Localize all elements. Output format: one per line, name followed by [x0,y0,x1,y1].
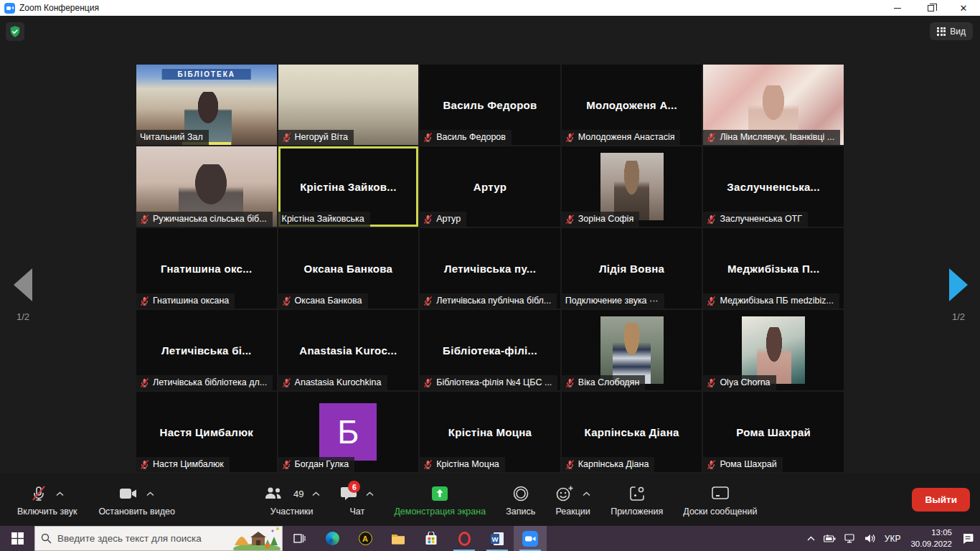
maximize-button[interactable] [914,0,947,16]
tile-name-label: Меджибізька ПБ medzibiz... [703,293,839,309]
volume-icon[interactable] [861,526,880,551]
tile-name-label: Оксана Банкова [278,293,368,309]
start-button[interactable] [0,526,34,551]
share-screen-icon [430,485,450,502]
aimp-icon[interactable]: A [349,526,382,551]
search-input[interactable] [57,533,222,544]
tile-center-name: Заслучненська... [721,181,826,193]
previous-page-arrow-icon[interactable] [14,268,32,301]
file-explorer-icon[interactable] [382,526,415,551]
participant-tile[interactable]: Крістіна Зайков... Крістіна Зайковська [278,146,419,227]
share-screen-button[interactable]: Демонстрация экрана [387,480,493,519]
muted-mic-icon [707,215,716,224]
participant-tile[interactable]: Віка Слободян [562,310,702,390]
participant-tile[interactable]: Оксана Банкова Оксана Банкова [278,228,419,309]
muted-mic-icon [282,460,291,469]
participant-tile[interactable]: Молодоженя А... Молодоженя Анастасія [562,65,702,145]
participant-tile[interactable]: Василь Федоров Василь Федоров [420,65,560,145]
word-icon[interactable]: W [481,526,514,551]
previous-page-control: 1/2 [1,268,44,322]
toolbar-left-group: Включить звук Оста [10,480,182,519]
muted-mic-icon [707,296,716,306]
zoom-meeting-window: Zoom Конференция ✕ Вид БІБЛІОТЕКА Читаль… [0,0,980,551]
avatar-photo [600,316,664,384]
muted-mic-icon [565,133,575,142]
whiteboards-button[interactable]: Доски сообщений [676,480,764,519]
video-options-chevron-icon[interactable] [146,491,154,496]
participant-tile[interactable]: Ружичанська сільська біб... [136,146,277,227]
participant-tile[interactable]: Настя Цимбалюк Настя Цимбалюк [136,392,277,472]
muted-mic-icon [707,460,716,469]
tile-center-name: Меджибізька П... [722,263,825,275]
stop-video-button[interactable]: Остановить видео [91,480,182,519]
participant-name: Крістіна Моцна [436,459,499,469]
participant-name: Olya Chorna [720,377,770,387]
unmute-button[interactable]: Включить звук [10,480,84,519]
participant-tile[interactable]: Гнатишина окс... Гнатишина оксана [136,228,277,309]
participant-tile[interactable]: Летичівська бі... Летичівська бібліотека… [136,310,277,390]
zoom-taskbar-icon[interactable] [514,526,547,551]
microsoft-store-icon[interactable] [415,526,448,551]
tray-chevron-icon[interactable] [804,526,819,551]
participant-name: Подключение звука ··· [565,296,659,306]
participant-tile[interactable]: Карпінська Діана Карпінська Діана [562,392,702,472]
tile-center-name: Оксана Банкова [298,263,399,275]
minimize-button[interactable] [881,0,914,16]
tile-name-label: Летичівська публічна бібл... [420,293,557,309]
participant-tile[interactable]: Рома Шахрай Рома Шахрай [703,392,844,472]
participants-chevron-icon[interactable] [312,491,320,496]
participant-tile[interactable]: Артур Артур [420,146,560,227]
chat-chevron-icon[interactable] [366,491,374,496]
participant-tile[interactable]: Летичівська пу... Летичівська публічна б… [420,228,560,309]
participant-tile[interactable]: Заслучненська... Заслучненська ОТГ [703,146,844,227]
tile-center-name: Лідія Вовна [593,263,670,275]
tile-center-name: Артур [468,181,512,193]
close-button[interactable]: ✕ [947,0,980,16]
participant-tile[interactable]: Негоруй Віта [278,65,419,145]
participant-tile[interactable]: Лідія Вовна Подключение звука ··· [562,228,702,309]
leave-meeting-button[interactable]: Выйти [912,488,970,512]
tile-name-label: Василь Федоров [420,130,512,145]
chat-button[interactable]: 6 Чат [333,480,381,519]
battery-icon[interactable] [820,526,839,551]
apps-button[interactable]: Приложения [603,480,670,519]
participant-tile[interactable]: Ліна Мислявчук, Іванківці ... [703,65,844,145]
participant-tile[interactable]: Anastasia Kuroc... Anastasia Kurochkina [278,310,419,390]
svg-text:W: W [492,535,499,543]
participant-name: Оксана Банкова [295,296,362,306]
participants-button[interactable]: 49 Участники [256,480,327,519]
participant-tile[interactable]: Б Богдан Гулка [278,392,419,472]
participant-tile[interactable]: Крістіна Моцна Крістіна Моцна [420,392,560,472]
tile-name-label: Зоріна Софія [562,212,639,227]
next-page-arrow-icon[interactable] [949,268,968,301]
participant-name: Anastasia Kurochkina [295,377,382,387]
network-icon[interactable] [841,526,859,551]
view-button[interactable]: Вид [930,22,973,40]
participant-tile[interactable]: Бібліотека-філі... Бібліотека-філія №4 Ц… [420,310,560,390]
record-button[interactable]: Запись [499,480,542,519]
record-label: Запись [506,507,535,517]
participant-tile[interactable]: Зоріна Софія [562,146,702,227]
participant-name: Заслучненська ОТГ [720,214,802,224]
stop-video-label: Остановить видео [98,507,175,517]
edge-icon[interactable] [316,526,349,551]
tile-name-label: Молодоженя Анастасія [562,130,681,145]
participant-tile[interactable]: Меджибізька П... Меджибізька ПБ medzibiz… [703,228,844,309]
participant-name: Зоріна Софія [578,214,633,224]
reactions-button[interactable]: Реакции [548,480,598,519]
taskbar-search[interactable] [34,526,283,551]
opera-icon[interactable] [448,526,481,551]
tile-center-name: Anastasia Kuroc... [293,344,402,357]
tile-name-label: Ліна Мислявчук, Іванківці ... [703,130,840,145]
participant-tile[interactable]: БІБЛІОТЕКА Читальний Зал [136,65,277,145]
task-view-button[interactable] [283,526,316,551]
language-indicator[interactable]: УКР [881,526,905,551]
audio-options-chevron-icon[interactable] [56,491,64,496]
clock[interactable]: 13:05 30.09.2022 [905,527,957,550]
action-center-icon[interactable] [958,526,977,551]
participant-tile[interactable]: Olya Chorna [703,310,844,390]
muted-mic-icon [140,296,149,306]
reactions-chevron-icon[interactable] [583,491,590,496]
security-shield-icon[interactable] [6,22,24,41]
window-title: Zoom Конференция [19,3,99,13]
